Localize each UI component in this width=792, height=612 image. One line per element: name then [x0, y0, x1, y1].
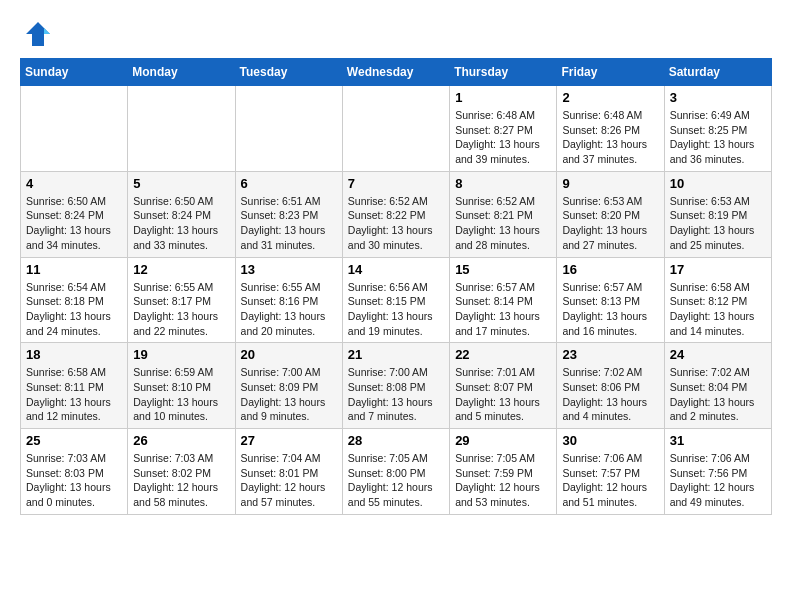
day-number: 30 — [562, 433, 658, 448]
calendar-cell: 25Sunrise: 7:03 AM Sunset: 8:03 PM Dayli… — [21, 429, 128, 515]
calendar-week-row: 11Sunrise: 6:54 AM Sunset: 8:18 PM Dayli… — [21, 257, 772, 343]
calendar-cell: 15Sunrise: 6:57 AM Sunset: 8:14 PM Dayli… — [450, 257, 557, 343]
day-info: Sunrise: 7:00 AM Sunset: 8:09 PM Dayligh… — [241, 365, 337, 424]
day-info: Sunrise: 6:52 AM Sunset: 8:21 PM Dayligh… — [455, 194, 551, 253]
day-info: Sunrise: 7:06 AM Sunset: 7:56 PM Dayligh… — [670, 451, 766, 510]
calendar-cell: 16Sunrise: 6:57 AM Sunset: 8:13 PM Dayli… — [557, 257, 664, 343]
day-info: Sunrise: 6:50 AM Sunset: 8:24 PM Dayligh… — [26, 194, 122, 253]
logo — [20, 20, 52, 48]
calendar-cell: 2Sunrise: 6:48 AM Sunset: 8:26 PM Daylig… — [557, 86, 664, 172]
day-info: Sunrise: 7:03 AM Sunset: 8:02 PM Dayligh… — [133, 451, 229, 510]
svg-marker-1 — [44, 28, 50, 34]
day-info: Sunrise: 6:51 AM Sunset: 8:23 PM Dayligh… — [241, 194, 337, 253]
day-number: 15 — [455, 262, 551, 277]
calendar-cell — [235, 86, 342, 172]
weekday-header: Monday — [128, 59, 235, 86]
day-info: Sunrise: 6:55 AM Sunset: 8:17 PM Dayligh… — [133, 280, 229, 339]
calendar-cell: 24Sunrise: 7:02 AM Sunset: 8:04 PM Dayli… — [664, 343, 771, 429]
calendar-cell: 28Sunrise: 7:05 AM Sunset: 8:00 PM Dayli… — [342, 429, 449, 515]
day-info: Sunrise: 6:53 AM Sunset: 8:20 PM Dayligh… — [562, 194, 658, 253]
day-number: 10 — [670, 176, 766, 191]
day-info: Sunrise: 7:03 AM Sunset: 8:03 PM Dayligh… — [26, 451, 122, 510]
day-number: 27 — [241, 433, 337, 448]
day-info: Sunrise: 6:54 AM Sunset: 8:18 PM Dayligh… — [26, 280, 122, 339]
calendar-cell: 8Sunrise: 6:52 AM Sunset: 8:21 PM Daylig… — [450, 171, 557, 257]
day-number: 16 — [562, 262, 658, 277]
day-info: Sunrise: 6:59 AM Sunset: 8:10 PM Dayligh… — [133, 365, 229, 424]
day-number: 29 — [455, 433, 551, 448]
calendar-cell: 14Sunrise: 6:56 AM Sunset: 8:15 PM Dayli… — [342, 257, 449, 343]
day-number: 1 — [455, 90, 551, 105]
calendar-week-row: 1Sunrise: 6:48 AM Sunset: 8:27 PM Daylig… — [21, 86, 772, 172]
weekday-header: Sunday — [21, 59, 128, 86]
day-info: Sunrise: 6:50 AM Sunset: 8:24 PM Dayligh… — [133, 194, 229, 253]
calendar-cell: 5Sunrise: 6:50 AM Sunset: 8:24 PM Daylig… — [128, 171, 235, 257]
calendar-cell: 13Sunrise: 6:55 AM Sunset: 8:16 PM Dayli… — [235, 257, 342, 343]
day-info: Sunrise: 6:49 AM Sunset: 8:25 PM Dayligh… — [670, 108, 766, 167]
day-number: 6 — [241, 176, 337, 191]
day-number: 17 — [670, 262, 766, 277]
calendar-cell: 27Sunrise: 7:04 AM Sunset: 8:01 PM Dayli… — [235, 429, 342, 515]
day-info: Sunrise: 6:48 AM Sunset: 8:27 PM Dayligh… — [455, 108, 551, 167]
day-number: 5 — [133, 176, 229, 191]
day-number: 21 — [348, 347, 444, 362]
day-info: Sunrise: 7:05 AM Sunset: 8:00 PM Dayligh… — [348, 451, 444, 510]
day-number: 25 — [26, 433, 122, 448]
logo-icon — [24, 20, 52, 48]
day-info: Sunrise: 6:52 AM Sunset: 8:22 PM Dayligh… — [348, 194, 444, 253]
calendar-cell: 1Sunrise: 6:48 AM Sunset: 8:27 PM Daylig… — [450, 86, 557, 172]
day-info: Sunrise: 6:55 AM Sunset: 8:16 PM Dayligh… — [241, 280, 337, 339]
day-number: 18 — [26, 347, 122, 362]
day-info: Sunrise: 7:06 AM Sunset: 7:57 PM Dayligh… — [562, 451, 658, 510]
day-number: 8 — [455, 176, 551, 191]
calendar-cell: 7Sunrise: 6:52 AM Sunset: 8:22 PM Daylig… — [342, 171, 449, 257]
day-info: Sunrise: 6:57 AM Sunset: 8:14 PM Dayligh… — [455, 280, 551, 339]
calendar-cell: 21Sunrise: 7:00 AM Sunset: 8:08 PM Dayli… — [342, 343, 449, 429]
day-number: 7 — [348, 176, 444, 191]
day-number: 13 — [241, 262, 337, 277]
day-number: 9 — [562, 176, 658, 191]
day-info: Sunrise: 7:04 AM Sunset: 8:01 PM Dayligh… — [241, 451, 337, 510]
calendar-cell: 6Sunrise: 6:51 AM Sunset: 8:23 PM Daylig… — [235, 171, 342, 257]
calendar-cell: 9Sunrise: 6:53 AM Sunset: 8:20 PM Daylig… — [557, 171, 664, 257]
day-number: 12 — [133, 262, 229, 277]
day-number: 19 — [133, 347, 229, 362]
calendar-week-row: 18Sunrise: 6:58 AM Sunset: 8:11 PM Dayli… — [21, 343, 772, 429]
day-info: Sunrise: 7:00 AM Sunset: 8:08 PM Dayligh… — [348, 365, 444, 424]
calendar-cell: 31Sunrise: 7:06 AM Sunset: 7:56 PM Dayli… — [664, 429, 771, 515]
day-info: Sunrise: 7:02 AM Sunset: 8:06 PM Dayligh… — [562, 365, 658, 424]
day-number: 11 — [26, 262, 122, 277]
calendar-cell: 22Sunrise: 7:01 AM Sunset: 8:07 PM Dayli… — [450, 343, 557, 429]
calendar-cell: 18Sunrise: 6:58 AM Sunset: 8:11 PM Dayli… — [21, 343, 128, 429]
day-number: 2 — [562, 90, 658, 105]
calendar-cell: 4Sunrise: 6:50 AM Sunset: 8:24 PM Daylig… — [21, 171, 128, 257]
calendar-body: 1Sunrise: 6:48 AM Sunset: 8:27 PM Daylig… — [21, 86, 772, 515]
calendar-cell: 12Sunrise: 6:55 AM Sunset: 8:17 PM Dayli… — [128, 257, 235, 343]
page-header — [20, 20, 772, 48]
calendar-header-row: SundayMondayTuesdayWednesdayThursdayFrid… — [21, 59, 772, 86]
calendar-cell: 30Sunrise: 7:06 AM Sunset: 7:57 PM Dayli… — [557, 429, 664, 515]
weekday-header: Tuesday — [235, 59, 342, 86]
calendar-cell: 17Sunrise: 6:58 AM Sunset: 8:12 PM Dayli… — [664, 257, 771, 343]
weekday-header: Wednesday — [342, 59, 449, 86]
calendar-week-row: 4Sunrise: 6:50 AM Sunset: 8:24 PM Daylig… — [21, 171, 772, 257]
calendar-week-row: 25Sunrise: 7:03 AM Sunset: 8:03 PM Dayli… — [21, 429, 772, 515]
calendar-cell: 26Sunrise: 7:03 AM Sunset: 8:02 PM Dayli… — [128, 429, 235, 515]
day-info: Sunrise: 7:02 AM Sunset: 8:04 PM Dayligh… — [670, 365, 766, 424]
calendar-cell: 23Sunrise: 7:02 AM Sunset: 8:06 PM Dayli… — [557, 343, 664, 429]
calendar-cell — [342, 86, 449, 172]
day-number: 23 — [562, 347, 658, 362]
calendar-cell — [21, 86, 128, 172]
day-number: 20 — [241, 347, 337, 362]
calendar-cell — [128, 86, 235, 172]
day-info: Sunrise: 6:58 AM Sunset: 8:12 PM Dayligh… — [670, 280, 766, 339]
calendar-cell: 20Sunrise: 7:00 AM Sunset: 8:09 PM Dayli… — [235, 343, 342, 429]
day-info: Sunrise: 6:48 AM Sunset: 8:26 PM Dayligh… — [562, 108, 658, 167]
day-number: 24 — [670, 347, 766, 362]
day-info: Sunrise: 6:57 AM Sunset: 8:13 PM Dayligh… — [562, 280, 658, 339]
weekday-header: Thursday — [450, 59, 557, 86]
day-number: 31 — [670, 433, 766, 448]
day-info: Sunrise: 6:58 AM Sunset: 8:11 PM Dayligh… — [26, 365, 122, 424]
calendar-cell: 10Sunrise: 6:53 AM Sunset: 8:19 PM Dayli… — [664, 171, 771, 257]
weekday-header: Saturday — [664, 59, 771, 86]
